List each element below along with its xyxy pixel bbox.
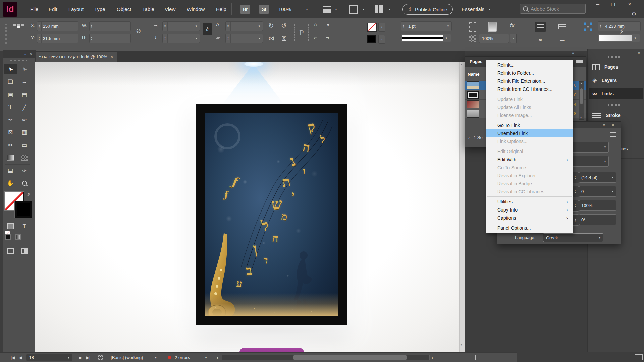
line-tool[interactable]: ╱ (18, 102, 31, 113)
scissors-tool[interactable]: ✂ (4, 140, 17, 150)
gear-icon[interactable]: ⚙ (630, 11, 638, 17)
wrap-object-shape-button[interactable]: ◙ (535, 35, 546, 45)
free-transform-tool[interactable]: ▭ (18, 140, 31, 150)
w-field[interactable] (89, 21, 131, 31)
scale-y-combo[interactable] (162, 34, 200, 43)
rotate-ccw-icon[interactable]: ↺ (281, 22, 287, 30)
close-icon[interactable]: × (30, 52, 32, 57)
scale-y-dropdown-icon[interactable] (193, 37, 200, 40)
restore-button[interactable]: ❏ (606, 0, 621, 9)
content-collector-tool[interactable]: ▣ (4, 89, 17, 100)
rotate-dropdown-icon[interactable] (256, 37, 263, 40)
stroke-weight-dropdown-icon[interactable] (445, 24, 451, 28)
panel-menu-icon[interactable] (610, 132, 616, 137)
arrange-documents-dropdown-icon[interactable] (386, 8, 393, 11)
horizontal-scrollbar-thumb[interactable] (293, 355, 407, 360)
stroke-proxy-swatch[interactable] (15, 201, 32, 218)
zoom-level-dropdown-icon[interactable] (304, 8, 310, 11)
tools-grip[interactable] (10, 60, 27, 61)
no-text-wrap-button[interactable] (535, 22, 546, 32)
preflight-icon[interactable] (98, 355, 103, 360)
hand-tool[interactable]: ✋ (4, 178, 17, 188)
menu-table[interactable]: Table (141, 0, 156, 18)
reference-point-selector[interactable] (13, 22, 24, 32)
fill-swatch-none[interactable] (367, 23, 377, 32)
dock-spread-icon[interactable] (635, 354, 643, 360)
panel-grip[interactable] (5, 24, 7, 44)
expander-icon[interactable]: › (468, 135, 470, 140)
select-content-icon[interactable]: ⌅ (326, 22, 330, 28)
opacity-flyout-button[interactable]: › (510, 34, 517, 43)
menu-view[interactable]: View (163, 0, 177, 18)
last-page-icon[interactable]: ▶| (84, 355, 92, 360)
close-button[interactable]: × (622, 0, 637, 9)
zoom-level-value[interactable]: 100% (277, 0, 292, 18)
normal-view-button[interactable] (4, 247, 17, 255)
horizontal-scrollbar[interactable] (222, 355, 430, 360)
pencil-tool[interactable]: ✏ (18, 114, 31, 125)
type-tool[interactable]: T (4, 102, 17, 113)
y-input[interactable] (42, 36, 78, 41)
select-container-icon[interactable]: ⌂ (314, 22, 317, 27)
h-stepper[interactable] (90, 34, 94, 43)
page-dropdown-icon[interactable] (65, 356, 72, 359)
wrap-bounding-box-button[interactable] (557, 22, 568, 32)
dock-layers-button[interactable]: ◈ Layers (590, 75, 643, 86)
links-scrollbar[interactable]: ▴▾ (579, 81, 584, 120)
stroke-flyout-button[interactable]: › (378, 35, 385, 44)
shear-combo[interactable] (225, 21, 263, 31)
menu-item-go-to-link[interactable]: Go To Link (486, 121, 573, 129)
minimize-button[interactable]: ─ (590, 0, 605, 9)
menu-object[interactable]: Object (115, 0, 132, 18)
stroke-weight-combo[interactable]: 1 pt (401, 21, 452, 31)
menu-item-relink-file-extension[interactable]: Relink File Extension... (486, 77, 573, 85)
w-stepper[interactable] (90, 22, 94, 31)
previous-page-icon[interactable]: ◀ (17, 355, 24, 360)
flip-horizontal-icon[interactable]: ⋈ (268, 35, 274, 42)
links-panel-tab[interactable]: Pages (470, 59, 482, 64)
errors-dropdown-icon[interactable] (203, 356, 209, 359)
arrange-documents-icon[interactable] (375, 5, 383, 13)
rectangle-tool[interactable]: ▦ (18, 127, 31, 137)
y-stepper[interactable] (37, 34, 42, 43)
stroke-type-dropdown-icon[interactable] (443, 36, 450, 40)
stroke-swatch-black[interactable] (367, 35, 376, 43)
first-page-icon[interactable]: |◀ (9, 355, 17, 360)
stock-button[interactable]: St (259, 5, 269, 14)
menu-item-unembed-link[interactable]: Unembed Link (486, 129, 573, 137)
select-previous-icon[interactable]: ⌐ (314, 35, 317, 40)
panel-menu-icon[interactable] (576, 60, 583, 64)
collapse-icon[interactable]: « (24, 52, 27, 57)
w-input[interactable] (94, 24, 130, 29)
gradient-feather-tool[interactable] (18, 152, 31, 163)
leading-combo[interactable]: (14.4 pt) (579, 172, 616, 183)
preview-mode-button[interactable] (18, 247, 31, 255)
h-field[interactable] (89, 34, 131, 43)
direct-selection-tool[interactable]: ➤ (18, 64, 31, 74)
workspace-dropdown-icon[interactable] (486, 8, 493, 11)
gap-stepper[interactable] (598, 22, 603, 31)
tab-close-icon[interactable]: × (111, 54, 113, 59)
scroll-up-icon[interactable]: ▴ (461, 63, 462, 66)
panel-collapse-icon[interactable]: « (572, 50, 574, 55)
links-scrollbar-thumb[interactable] (580, 88, 583, 104)
stock-search-box[interactable] (520, 4, 586, 14)
menu-type[interactable]: Type (93, 0, 107, 18)
menu-help[interactable]: Help (215, 0, 228, 18)
dropdown-icon[interactable] (609, 190, 616, 193)
rotate-cw-icon[interactable]: ↻ (268, 22, 274, 30)
language-combo[interactable]: Greek (543, 233, 603, 242)
scroll-down-icon[interactable]: ▾ (461, 343, 462, 346)
note-tool[interactable]: ▤ (4, 165, 17, 176)
view-options-icon[interactable] (323, 6, 331, 13)
skew-combo[interactable]: 0° (579, 214, 616, 225)
constrain-off-icon[interactable]: ⊘ (133, 25, 144, 37)
scale-x-dropdown-icon[interactable] (193, 24, 200, 28)
publish-online-button[interactable]: ↥ Publish Online (402, 4, 453, 15)
close-icon[interactable]: × (611, 122, 614, 128)
preflight-profile[interactable]: [Basic] (working) (111, 355, 143, 360)
select-next-icon[interactable]: ¬ (326, 35, 329, 40)
bridge-button[interactable]: Br (240, 5, 250, 14)
effects-fx-icon[interactable]: fx (510, 22, 514, 29)
content-placer-tool[interactable]: ▤ (18, 89, 31, 100)
